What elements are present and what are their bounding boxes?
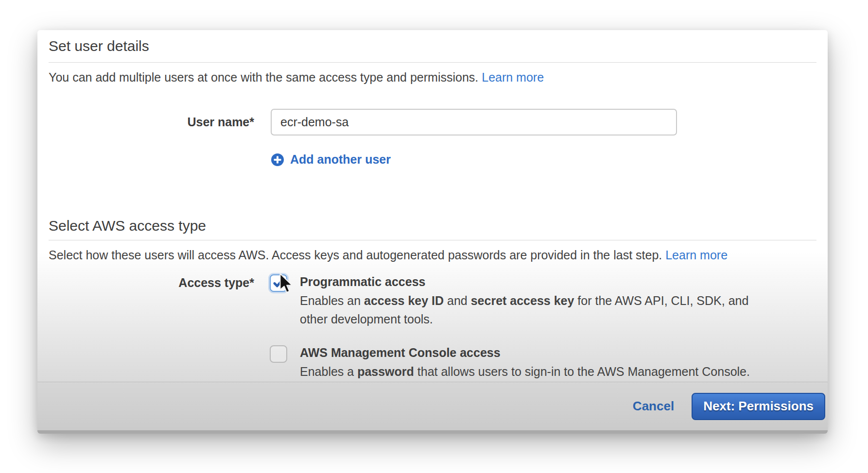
user-name-label: User name* <box>49 115 254 129</box>
access-type-label: Access type* <box>49 273 254 381</box>
access-type-row: Access type* Programmatic access Enables… <box>49 273 816 381</box>
add-another-user-link[interactable]: Add another user <box>271 152 391 167</box>
add-another-user-label: Add another user <box>290 152 391 167</box>
wizard-footer: Cancel Next: Permissions <box>37 382 828 434</box>
desc-text: Enables a <box>300 365 357 378</box>
console-access-description: Enables a password that allows users to … <box>300 362 750 381</box>
access-type-intro-text: Select how these users will access AWS. … <box>49 248 665 262</box>
page-title: Set user details <box>49 30 816 55</box>
console-access-option: AWS Management Console access Enables a … <box>270 344 750 381</box>
desc-bold: access key ID <box>364 294 444 307</box>
access-type-intro: Select how these users will access AWS. … <box>49 240 816 264</box>
console-access-title: AWS Management Console access <box>300 344 750 361</box>
user-name-input[interactable] <box>271 109 677 135</box>
desc-text: other development tools. <box>300 312 433 326</box>
user-details-intro-text: You can add multiple users at once with … <box>49 70 482 84</box>
programmatic-access-option: Programmatic access Enables an access ke… <box>270 273 750 328</box>
checkmark-icon <box>272 277 285 289</box>
cancel-button[interactable]: Cancel <box>633 399 674 414</box>
next-permissions-button[interactable]: Next: Permissions <box>692 393 825 420</box>
desc-text: and <box>444 294 471 307</box>
desc-text: for the AWS API, CLI, SDK, and <box>574 294 748 307</box>
add-user-wizard-panel: Set user details You can add multiple us… <box>37 30 828 434</box>
desc-bold: password <box>357 365 414 378</box>
access-type-options: Programmatic access Enables an access ke… <box>270 273 750 381</box>
user-details-intro: You can add multiple users at once with … <box>49 63 816 86</box>
learn-more-link[interactable]: Learn more <box>482 70 544 84</box>
learn-more-link[interactable]: Learn more <box>665 248 728 262</box>
access-type-section-title: Select AWS access type <box>49 210 816 235</box>
plus-icon <box>271 153 284 167</box>
programmatic-access-title: Programmatic access <box>300 273 748 290</box>
user-name-row: User name* <box>49 109 816 135</box>
programmatic-access-checkbox[interactable] <box>270 274 287 292</box>
console-access-checkbox[interactable] <box>270 345 287 363</box>
programmatic-access-description: Enables an access key ID and secret acce… <box>300 291 748 328</box>
desc-text: that allows users to sign-in to the AWS … <box>414 365 750 378</box>
desc-text: Enables an <box>300 294 364 307</box>
desc-bold: secret access key <box>471 294 574 307</box>
